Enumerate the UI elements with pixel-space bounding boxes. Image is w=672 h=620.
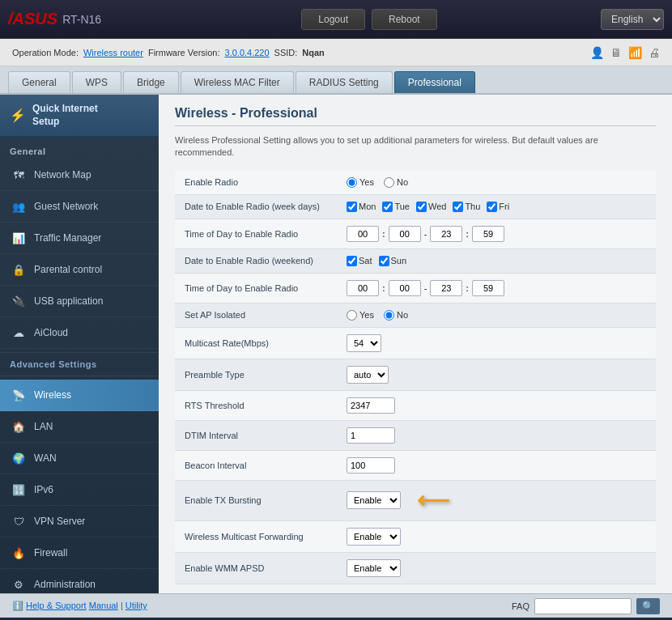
logout-button[interactable]: Logout xyxy=(301,9,365,30)
network-map-label: Network Map xyxy=(34,169,91,180)
sidebar-item-administration[interactable]: Administration xyxy=(0,569,159,593)
user-icon[interactable]: 👤 xyxy=(590,46,604,59)
monitor-icon[interactable]: 🖥 xyxy=(610,46,622,59)
cb-tue[interactable]: Tue xyxy=(382,202,410,212)
time-wd-end-h[interactable] xyxy=(430,226,462,242)
sidebar-item-network-map[interactable]: Network Map xyxy=(0,159,159,191)
network-map-icon xyxy=(10,166,28,184)
row-preamble-type: Preamble Type auto xyxy=(175,359,656,390)
cb-fri[interactable]: Fri xyxy=(487,202,509,212)
printer-icon[interactable]: 🖨 xyxy=(649,46,660,59)
brand-logo: /ASUS xyxy=(8,10,57,28)
sidebar-item-aicloud[interactable]: AiCloud xyxy=(0,317,159,349)
utility-link[interactable]: Utility xyxy=(125,601,147,610)
cb-sun[interactable]: Sun xyxy=(379,256,407,266)
aicloud-label: AiCloud xyxy=(34,327,68,338)
sidebar-item-wireless[interactable]: Wireless xyxy=(0,380,159,411)
sidebar-item-parental-control[interactable]: Parental control xyxy=(0,254,159,286)
rts-threshold-input[interactable] xyxy=(347,397,395,414)
label-multicast-rate: Multicast Rate(Mbps) xyxy=(175,327,337,359)
label-date-weekdays: Date to Enable Radio (week days) xyxy=(175,194,337,219)
sidebar-item-wan[interactable]: WAN xyxy=(0,443,159,474)
faq-search-input[interactable] xyxy=(534,598,632,614)
value-date-weekend: Sat Sun xyxy=(337,248,656,273)
label-dtim-interval: DTIM Interval xyxy=(175,420,337,450)
value-preamble-type: auto xyxy=(337,359,656,390)
enable-radio-no[interactable]: No xyxy=(384,177,408,188)
tab-professional[interactable]: Professional xyxy=(394,71,475,93)
usb-label: USB application xyxy=(34,295,103,307)
main-layout: Quick InternetSetup General Network Map … xyxy=(0,95,672,593)
label-tx-bursting: Enable TX Bursting xyxy=(175,480,337,520)
label-date-weekend: Date to Enable Radio (weekend) xyxy=(175,248,337,273)
label-preamble-type: Preamble Type xyxy=(175,359,337,390)
tx-bursting-select[interactable]: Enable Disable xyxy=(347,491,401,509)
wan-label: WAN xyxy=(34,452,57,464)
fw-version[interactable]: 3.0.0.4.220 xyxy=(225,48,270,57)
label-enable-radio: Enable Radio xyxy=(175,171,337,195)
label-wmm-apsd: Enable WMM APSD xyxy=(175,552,337,584)
wireless-multicast-select[interactable]: Enable Disable xyxy=(347,528,401,546)
row-wireless-multicast: Wireless Multicast Forwarding Enable Dis… xyxy=(175,520,656,552)
weekday-checkbox-group: Mon Tue Wed Thu Fri xyxy=(347,202,646,212)
time-we-end-m[interactable] xyxy=(472,280,504,296)
sidebar-item-ipv6[interactable]: IPv6 xyxy=(0,474,159,506)
time-we-end-h[interactable] xyxy=(430,280,462,296)
manual-link[interactable]: Manual xyxy=(89,601,118,610)
ap-isolated-no[interactable]: No xyxy=(384,310,408,321)
row-rts-threshold: RTS Threshold xyxy=(175,390,656,420)
lan-label: LAN xyxy=(34,421,53,432)
enable-radio-yes[interactable]: Yes xyxy=(347,177,374,188)
time-wd-start-m[interactable] xyxy=(389,226,421,242)
time-wd-end-m[interactable] xyxy=(472,226,504,242)
op-mode-value[interactable]: Wireless router xyxy=(83,48,143,57)
beacon-interval-input[interactable] xyxy=(347,457,395,473)
preamble-type-select[interactable]: auto xyxy=(347,366,389,384)
value-rts-threshold xyxy=(337,390,656,420)
label-time-weekend: Time of Day to Enable Radio xyxy=(175,273,337,303)
general-section-header: General xyxy=(0,140,159,159)
traffic-manager-label: Traffic Manager xyxy=(34,232,101,244)
time-range-sep-1: - xyxy=(424,229,427,239)
settings-table: Enable Radio Yes No D xyxy=(175,171,656,584)
operation-bar: Operation Mode: Wireless router Firmware… xyxy=(0,39,672,66)
tab-radius-setting[interactable]: RADIUS Setting xyxy=(296,71,393,93)
language-select[interactable]: English xyxy=(601,9,664,30)
cb-sat[interactable]: Sat xyxy=(347,256,372,266)
tab-wireless-mac-filter[interactable]: Wireless MAC Filter xyxy=(181,71,294,93)
sidebar-item-traffic-manager[interactable]: Traffic Manager xyxy=(0,223,159,254)
sidebar-item-guest-network[interactable]: Guest Network xyxy=(0,191,159,223)
sidebar-item-lan[interactable]: LAN xyxy=(0,411,159,443)
wireless-icon[interactable]: 📶 xyxy=(628,46,642,59)
vpn-label: VPN Server xyxy=(34,516,85,527)
firewall-label: Firewall xyxy=(34,547,67,558)
multicast-rate-select[interactable]: 54 xyxy=(347,334,381,352)
wmm-apsd-select[interactable]: Enable Disable xyxy=(347,559,401,577)
admin-icon xyxy=(10,575,28,593)
cb-thu[interactable]: Thu xyxy=(453,202,480,212)
op-mode-label: Operation Mode: xyxy=(12,48,79,57)
cb-mon[interactable]: Mon xyxy=(347,202,376,212)
sidebar-item-firewall[interactable]: Firewall xyxy=(0,537,159,569)
ipv6-label: IPv6 xyxy=(34,484,53,495)
reboot-button[interactable]: Reboot xyxy=(372,9,437,30)
time-we-start-h[interactable] xyxy=(347,280,379,296)
footer-right: FAQ 🔍 xyxy=(512,598,660,614)
quick-internet-setup[interactable]: Quick InternetSetup xyxy=(0,95,159,137)
row-multicast-rate: Multicast Rate(Mbps) 54 xyxy=(175,327,656,359)
help-support-link[interactable]: Help & Support xyxy=(26,601,87,610)
tab-bridge[interactable]: Bridge xyxy=(123,71,179,93)
cb-wed[interactable]: Wed xyxy=(416,202,446,212)
time-we-start-m[interactable] xyxy=(389,280,421,296)
value-ap-isolated: Yes No xyxy=(337,303,656,327)
fw-label: Firmware Version: xyxy=(148,48,220,57)
sidebar-item-vpn-server[interactable]: VPN Server xyxy=(0,506,159,537)
tab-wps[interactable]: WPS xyxy=(72,71,121,93)
time-wd-start-h[interactable] xyxy=(347,226,379,242)
ap-isolated-yes[interactable]: Yes xyxy=(347,310,374,321)
faq-search-button[interactable]: 🔍 xyxy=(636,598,660,614)
tx-bursting-container: Enable Disable ⟵ xyxy=(347,487,449,514)
sidebar-item-usb-application[interactable]: USB application xyxy=(0,286,159,317)
dtim-interval-input[interactable] xyxy=(347,427,395,444)
tab-general[interactable]: General xyxy=(8,71,70,93)
